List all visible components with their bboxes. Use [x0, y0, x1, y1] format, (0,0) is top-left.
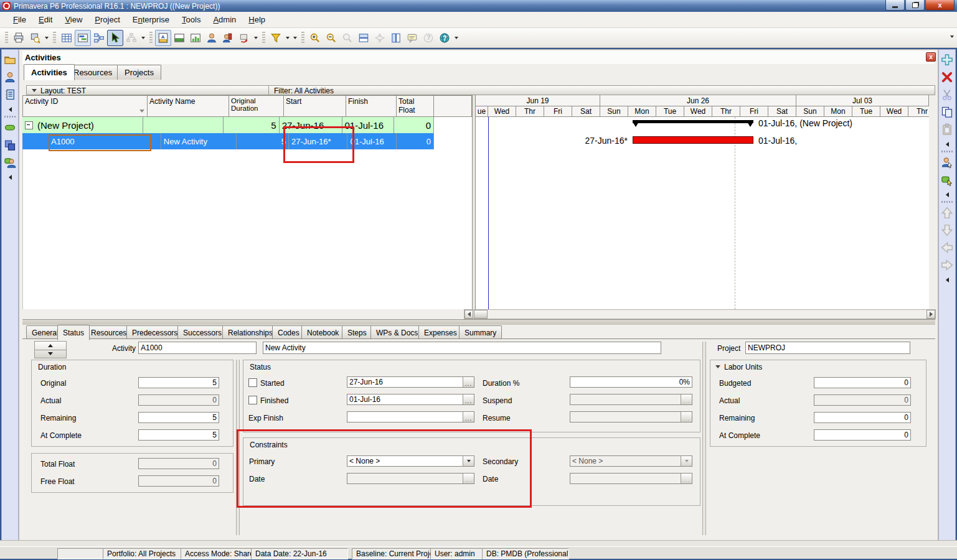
trace-logic-view-icon[interactable] — [91, 30, 107, 46]
grid-detail-splitter[interactable] — [22, 319, 935, 325]
help-icon[interactable]: ? — [420, 30, 436, 46]
collapse-right-icon[interactable] — [946, 142, 949, 147]
menu-enterprise[interactable]: Enterprise — [127, 13, 175, 26]
collapse-right-icon[interactable] — [946, 278, 949, 282]
filter-caret[interactable] — [286, 37, 290, 39]
print-preview-icon[interactable] — [27, 30, 43, 46]
menu-edit[interactable]: Edit — [33, 13, 58, 26]
filter-section[interactable]: Filter: All Activities — [269, 86, 935, 95]
table-row-summary[interactable]: (New Project) 5 27-Jun-16 01-Jul-16 0 — [22, 117, 434, 133]
select-tool-icon[interactable] — [107, 30, 123, 46]
tab-projects[interactable]: Projects — [117, 65, 161, 80]
zoom-reset-icon[interactable] — [339, 30, 356, 46]
started-date-browse-icon[interactable]: ... — [463, 377, 474, 387]
duration-pct-field[interactable] — [570, 376, 692, 388]
exp-finish-date-field[interactable]: ... — [347, 411, 474, 422]
menu-view[interactable]: View — [59, 13, 88, 26]
menu-help[interactable]: Help — [243, 13, 271, 26]
assign-resource-icon[interactable] — [940, 155, 955, 170]
reports-notebook-icon[interactable] — [2, 87, 17, 102]
detail-tab-status[interactable]: Status — [57, 325, 90, 340]
detail-tab-resources[interactable]: Resources — [85, 325, 132, 339]
detail-tab-predecessors[interactable]: Predecessors — [126, 325, 183, 339]
budgeted-units-field[interactable] — [814, 377, 911, 388]
add-icon[interactable] — [940, 52, 955, 67]
bottom-layout-icon[interactable] — [171, 30, 187, 46]
table-row-activity[interactable]: A1000 New Activity 5 27-Jun-16* 01-Jul-1… — [22, 133, 434, 149]
detail-tab-expenses[interactable]: Expenses — [418, 325, 463, 339]
copy-icon[interactable] — [940, 105, 955, 119]
spin-down-icon[interactable] — [35, 350, 66, 358]
menu-file[interactable]: File — [7, 13, 32, 26]
collapse-left-icon[interactable] — [9, 175, 12, 180]
primary-constraint-caret-icon[interactable] — [463, 456, 474, 466]
activity-id-cell[interactable]: A1000 — [51, 137, 75, 146]
labor-units-chevron-icon[interactable] — [715, 365, 720, 368]
filter-group-caret[interactable] — [293, 37, 297, 39]
column-header-total-float[interactable]: Total Float — [397, 95, 434, 117]
menu-tools[interactable]: Tools — [176, 13, 206, 26]
network-view-icon[interactable] — [123, 30, 139, 46]
layout-options-bar[interactable]: Layout: TEST Filter: All Activities — [26, 85, 935, 95]
gantt-activity-bar[interactable] — [633, 136, 753, 144]
detail-tab-wps-docs[interactable]: WPs & Docs — [370, 325, 423, 339]
tools-group-caret[interactable] — [455, 37, 458, 39]
zoom-out-icon[interactable] — [323, 30, 339, 46]
started-checkbox[interactable] — [248, 378, 257, 387]
project-field[interactable] — [745, 342, 910, 354]
tab-activities[interactable]: Activities — [24, 64, 75, 80]
activity-details-icon[interactable]: A — [155, 30, 171, 46]
primary-constraint-dropdown[interactable] — [347, 455, 474, 467]
projects-folder-icon[interactable] — [2, 52, 17, 67]
column-header-activity-id[interactable]: Activity ID — [22, 95, 148, 117]
activity-name-field[interactable] — [263, 342, 661, 354]
detail-tab-codes[interactable]: Codes — [272, 325, 305, 339]
gantt-view-icon[interactable] — [75, 30, 91, 46]
activity-usage-icon[interactable] — [220, 30, 236, 46]
spin-up-icon[interactable] — [35, 342, 66, 350]
detail-tab-summary[interactable]: Summary — [459, 325, 502, 339]
collapse-minus-icon[interactable] — [25, 121, 33, 129]
gantt-summary-bar[interactable] — [633, 120, 753, 123]
paste-icon[interactable] — [940, 122, 955, 137]
primary-date-browse-icon[interactable]: ... — [463, 474, 474, 483]
close-button[interactable]: x — [925, 0, 955, 11]
table-view-icon[interactable] — [59, 30, 75, 46]
remaining-units-field[interactable] — [814, 412, 911, 423]
horizontal-split-icon[interactable] — [356, 30, 372, 46]
primary-constraint-date-field[interactable]: ... — [347, 473, 474, 484]
layout-group-caret[interactable] — [254, 37, 258, 39]
online-help-icon[interactable]: ? — [436, 30, 453, 46]
move-right-icon[interactable] — [940, 258, 955, 273]
resource-profile-icon[interactable] — [187, 30, 204, 46]
original-duration-field[interactable] — [138, 377, 219, 388]
print-group-caret[interactable] — [45, 37, 49, 39]
delete-icon[interactable] — [940, 70, 955, 85]
comment-icon[interactable] — [404, 30, 420, 46]
schedule-icon[interactable] — [236, 30, 252, 46]
layout-section[interactable]: Layout: TEST — [27, 86, 269, 95]
scroll-left-icon[interactable] — [464, 310, 473, 319]
cut-icon[interactable] — [940, 87, 955, 102]
menu-admin[interactable]: Admin — [207, 13, 242, 26]
finished-date-field[interactable]: ... — [347, 394, 474, 405]
print-icon[interactable] — [11, 30, 27, 46]
activity-id-field[interactable] — [138, 342, 257, 354]
restore-button[interactable] — [905, 0, 925, 11]
collapse-right-icon[interactable] — [946, 192, 949, 197]
collapse-left-icon[interactable] — [9, 107, 12, 112]
minimize-button[interactable] — [885, 0, 905, 11]
views-group-caret[interactable] — [141, 37, 145, 39]
detail-tab-successors[interactable]: Successors — [177, 325, 227, 339]
activities-icon[interactable] — [2, 138, 17, 152]
assign-role-icon[interactable] — [940, 172, 955, 187]
move-down-icon[interactable] — [940, 223, 955, 238]
toolbar-overflow-caret[interactable] — [950, 35, 954, 38]
detail-splitter-left[interactable] — [236, 360, 240, 535]
column-header-activity-name[interactable]: Activity Name — [148, 95, 229, 117]
detail-tab-steps[interactable]: Steps — [342, 325, 372, 339]
pane-close-icon[interactable]: x — [926, 52, 936, 62]
resources-user-icon[interactable] — [2, 70, 17, 85]
filter-icon[interactable] — [268, 30, 284, 46]
column-header-finish[interactable]: Finish — [346, 95, 397, 117]
